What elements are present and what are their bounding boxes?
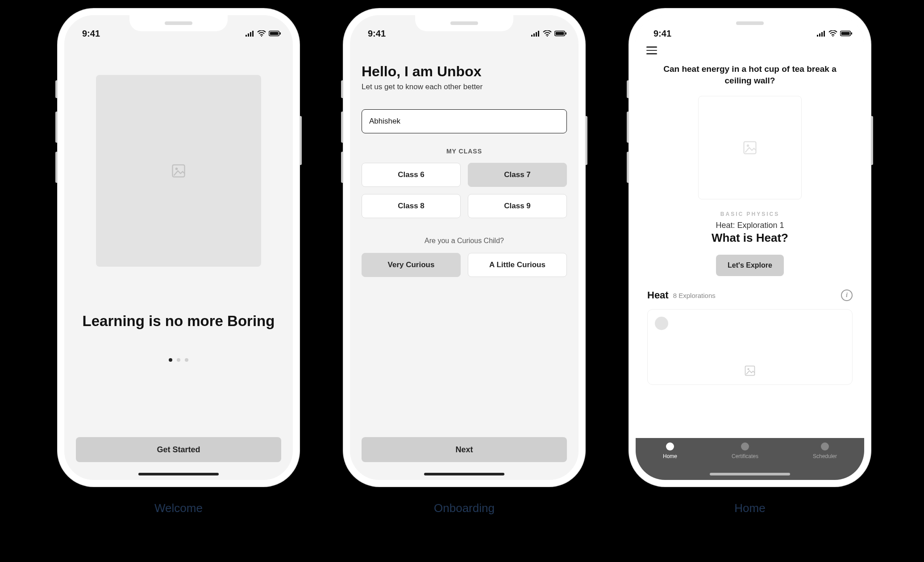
svg-rect-6 (270, 32, 279, 35)
status-bar: 9:41 (350, 15, 579, 45)
tab-certificates[interactable]: Certificates (732, 442, 758, 459)
curious-option[interactable]: A Little Curious (468, 253, 567, 277)
svg-rect-24 (841, 32, 850, 35)
svg-rect-12 (536, 32, 537, 37)
tab-home[interactable]: Home (663, 442, 677, 459)
info-icon[interactable]: i (841, 289, 853, 301)
status-icons (246, 30, 281, 37)
image-icon (742, 140, 758, 156)
cellular-icon (531, 30, 540, 37)
class-option[interactable]: Class 7 (468, 163, 567, 187)
svg-rect-18 (817, 35, 818, 37)
home-indicator[interactable] (710, 473, 790, 475)
side-button (585, 116, 587, 165)
wifi-icon (828, 30, 837, 37)
screen-caption: Welcome (58, 501, 299, 515)
name-input-value: Abhishek (369, 117, 400, 126)
lesson-image-placeholder (698, 96, 802, 199)
onboarding-title: Hello, I am Unbox (362, 63, 567, 80)
phone-home: 9:41 Can heat energy in a hot cup of tea… (629, 9, 870, 515)
svg-point-9 (175, 168, 178, 170)
status-icons (531, 30, 567, 37)
status-icons (817, 30, 853, 37)
exploration-card[interactable] (647, 309, 853, 385)
svg-rect-17 (566, 33, 567, 35)
home-indicator[interactable] (424, 473, 504, 475)
svg-rect-11 (533, 33, 535, 37)
class-option[interactable]: Class 8 (362, 194, 461, 218)
tab-label: Scheduler (813, 453, 837, 459)
wifi-icon (257, 30, 266, 37)
page-dot[interactable] (169, 358, 172, 362)
cellular-icon (817, 30, 826, 37)
page-dot[interactable] (177, 358, 180, 362)
screen-caption: Onboarding (344, 501, 585, 515)
phone-onboarding: 9:41 Hello, I am Unbox Let us get to kno… (344, 9, 585, 515)
curious-question: Are you a Curious Child? (362, 237, 567, 245)
tab-scheduler-icon (821, 442, 829, 450)
status-time: 9:41 (368, 29, 386, 39)
tab-scheduler[interactable]: Scheduler (813, 442, 837, 459)
class-section-label: MY CLASS (362, 148, 567, 155)
cellular-icon (246, 30, 254, 37)
status-time: 9:41 (82, 29, 100, 39)
svg-point-22 (832, 36, 833, 37)
wifi-icon (543, 30, 552, 37)
side-button (299, 116, 302, 165)
hero-image-placeholder (96, 75, 261, 267)
svg-rect-13 (538, 31, 539, 37)
class-option[interactable]: Class 6 (362, 163, 461, 187)
svg-point-29 (747, 368, 749, 370)
side-button (870, 116, 873, 165)
card-image-placeholder (730, 355, 770, 386)
svg-rect-2 (250, 32, 251, 37)
tab-certificates-icon (741, 442, 749, 450)
svg-rect-7 (280, 33, 281, 35)
tab-label: Home (663, 453, 677, 459)
svg-rect-25 (851, 33, 853, 35)
svg-rect-0 (246, 35, 247, 37)
tab-label: Certificates (732, 453, 758, 459)
class-option[interactable]: Class 9 (468, 194, 567, 218)
svg-rect-16 (556, 32, 564, 35)
svg-rect-20 (821, 32, 823, 37)
exploration-sub: Heat: Exploration 1 (647, 221, 853, 230)
tab-home-icon (666, 442, 674, 450)
onboarding-subtitle: Let us get to know each other better (362, 83, 567, 91)
exploration-title: What is Heat? (647, 231, 853, 245)
image-icon (744, 364, 756, 377)
phone-welcome: 9:41 Learning is no more Boring (58, 9, 299, 515)
stage: 9:41 Learning is no more Boring (0, 0, 924, 562)
svg-rect-21 (824, 31, 825, 37)
section-count: 8 Explorations (673, 292, 716, 299)
battery-icon (269, 30, 281, 37)
image-icon (171, 163, 187, 179)
status-time: 9:41 (653, 29, 671, 39)
svg-point-14 (547, 36, 548, 37)
get-started-button[interactable]: Get Started (76, 437, 281, 462)
home-indicator[interactable] (138, 473, 219, 475)
status-bar: 9:41 (64, 15, 293, 45)
name-input[interactable]: Abhishek (362, 109, 567, 133)
svg-point-4 (261, 36, 262, 37)
svg-rect-3 (252, 31, 254, 37)
screen-caption: Home (629, 501, 870, 515)
svg-rect-19 (819, 33, 820, 37)
next-button[interactable]: Next (362, 437, 567, 462)
page-dot[interactable] (185, 358, 188, 362)
battery-icon (840, 30, 853, 37)
section-title: Heat (647, 289, 669, 301)
status-bar: 9:41 (636, 15, 864, 45)
svg-rect-1 (248, 33, 249, 37)
svg-rect-10 (531, 35, 533, 37)
subject-label: BASIC PHYSICS (647, 211, 853, 217)
lets-explore-button[interactable]: Let's Explore (716, 255, 784, 276)
page-indicators (76, 358, 281, 362)
home-prompt: Can heat energy in a hot cup of tea brea… (661, 63, 839, 86)
battery-icon (554, 30, 567, 37)
svg-point-27 (747, 145, 749, 147)
welcome-headline: Learning is no more Boring (76, 311, 281, 331)
card-avatar-placeholder (655, 317, 668, 330)
curious-option[interactable]: Very Curious (362, 253, 461, 277)
